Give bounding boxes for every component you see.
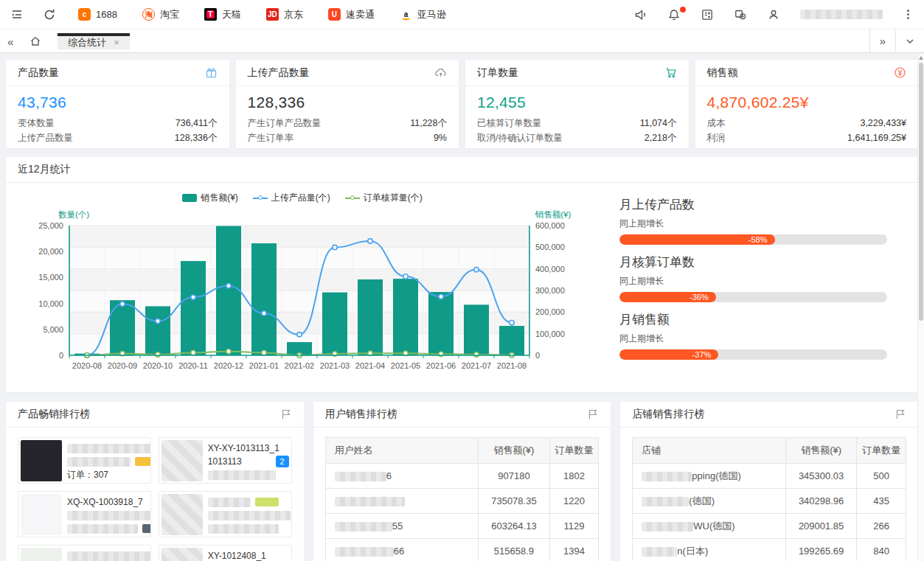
color-chip [142,524,151,533]
subrow-label: 变体数量 [18,116,55,130]
scrollbar-up-arrow[interactable] [919,56,923,60]
subrow-value: 736,411个 [176,116,218,130]
product-line: 订单：307 [67,468,151,481]
collapse-tabs-icon[interactable]: « [7,35,19,47]
cloud-upload-icon [434,66,447,79]
refresh-icon[interactable] [43,8,56,21]
subrow-value: 128,336个 [175,130,218,145]
product-image [161,494,203,535]
x-axis-label: 2021-06 [426,361,456,370]
tab-label: 综合统计 [68,36,106,49]
stat-card-title: 销售额 [707,66,738,80]
platform-tab-天猫[interactable]: T天猫 [204,0,241,29]
color-chip [255,498,279,506]
expand-tabs-icon[interactable]: » [869,29,895,52]
orders-cell: 840 [857,539,906,561]
tab-comprehensive-statistics[interactable]: 综合统计 × [58,33,130,49]
history-icon[interactable] [734,8,747,21]
legend-item-上传产品量(个)[interactable]: 上传产品量(个) [253,192,330,204]
flag-icon[interactable] [895,408,906,420]
product-card[interactable]: 订单：307 [18,437,151,484]
left-axis-tick-label: 10,000 [38,299,63,308]
platform-tab-label: 1688 [96,9,117,20]
product-card[interactable] [159,491,292,537]
table-header: 店铺 [633,438,786,464]
stat-card-subrow: 产生订单率9% [236,130,459,145]
chart-split-area [69,226,529,247]
growth-title: 月上传产品数 [619,196,887,213]
stat-cards-row: 产品数量43,736变体数量736,411个上传产品数量128,336个上传产品… [6,60,918,148]
yen-circle-icon [894,66,906,79]
platform-tab-淘宝[interactable]: 淘淘宝 [142,0,179,29]
product-line [208,468,289,481]
redacted-text [208,470,276,480]
workbench-icon[interactable] [701,8,714,21]
name-cell [325,489,479,514]
gift-icon [205,66,218,79]
x-axis-label: 2021-04 [355,361,385,370]
name-cell: 66 [325,539,479,561]
collapse-menu-icon[interactable] [10,8,24,21]
table-row: WU(德国)209001.85266 [633,514,906,539]
subrow-label: 产生订单率 [248,130,294,145]
sales-cell: 603264.13 [479,514,549,539]
上传产品量(个)-point-2020-10 [156,318,160,323]
sales-bar-2021-08 [499,326,524,355]
platform-tab-速卖通[interactable]: U速卖通 [328,0,375,29]
订单核算量(个)-point-2020-11 [191,350,195,355]
product-line [208,509,291,522]
username-redacted[interactable] [800,10,883,19]
users-panel-title: 用户销售排行榜 [325,408,397,421]
right-axis-tick-label: 200,000 [535,307,565,316]
legend-item-订单核算量(个)[interactable]: 订单核算量(个) [345,192,423,204]
product-cards-grid: 订单：307XY-XY-1013113_110131132XQ-XQ-10039… [18,437,292,561]
tab-close-icon[interactable]: × [114,38,119,47]
profile-icon[interactable] [767,8,780,21]
table-row: n(日本)199265.69840 [633,539,906,561]
platform-tab-亚马逊[interactable]: a亚马逊 [400,0,446,29]
tab-menu-chevron-icon[interactable] [895,29,924,52]
platform-tab-1688[interactable]: c1688 [78,0,117,29]
flag-icon[interactable] [587,408,599,420]
product-card[interactable]: XY-1012408_1 [159,545,292,561]
app-root: c1688淘淘宝T天猫JD京东U速卖通a亚马逊 « 综合统计 × [0,0,924,561]
home-icon[interactable] [29,35,41,47]
stat-card-subrow: 变体数量736,411个 [6,116,229,130]
product-image [21,440,62,481]
x-axis-label: 2021-05 [391,361,420,370]
legend-label: 订单核算量(个) [364,192,423,204]
stat-card-title: 产品数量 [18,66,59,80]
redacted-name [642,497,689,506]
product-card[interactable]: XY-XY-1013113_110131132 [159,437,292,484]
x-axis-label: 2020-12 [214,361,243,370]
sales-cell: 209001.85 [785,514,856,539]
color-chip [135,457,151,466]
growth-panel: 月上传产品数同上期增长-58%月核算订单数同上期增长-36%月销售额同上期增长-… [597,186,914,388]
right-axis-tick-label: 600,000 [535,221,565,230]
table-header: 销售额(¥) [479,438,549,464]
announcement-icon[interactable] [634,8,647,21]
shop-sales-ranking-panel: 店铺销售排行榜 店铺销售额(¥)订单数量pping(德国)345300.0350… [620,402,918,561]
platform-tab-京东[interactable]: JD京东 [266,0,303,29]
sales-bar-2020-11 [181,261,206,355]
scrollbar-thumb[interactable] [919,63,923,321]
name-cell: 55 [325,514,479,539]
more-options-icon[interactable] [903,8,914,21]
chart-split-area [69,247,529,268]
subrow-label: 利润 [707,130,726,145]
上传产品量(个)-point-2021-03 [333,245,337,249]
orders-cell: 266 [857,514,906,539]
flag-icon[interactable] [280,408,292,420]
bestselling-products-panel: 产品畅销排行榜 订单：307XY-XY-1013113_110131132XQ-… [6,402,304,561]
redacted-name [335,497,405,506]
legend-item-销售额(¥)[interactable]: 销售额(¥) [182,192,238,204]
product-card[interactable] [18,545,151,561]
legend-label: 销售额(¥) [201,192,238,204]
sales-bar-2021-06 [428,292,454,355]
main-content: 产品数量43,736变体数量736,411个上传产品数量128,336个上传产品… [0,53,924,561]
上传产品量(个)-point-2020-12 [226,283,231,288]
product-card[interactable]: XQ-XQ-1003918_7 [18,491,151,537]
notifications-icon[interactable] [667,8,681,21]
page-scrollbar[interactable] [917,54,924,561]
上传产品量(个)-point-2021-02 [297,332,302,337]
